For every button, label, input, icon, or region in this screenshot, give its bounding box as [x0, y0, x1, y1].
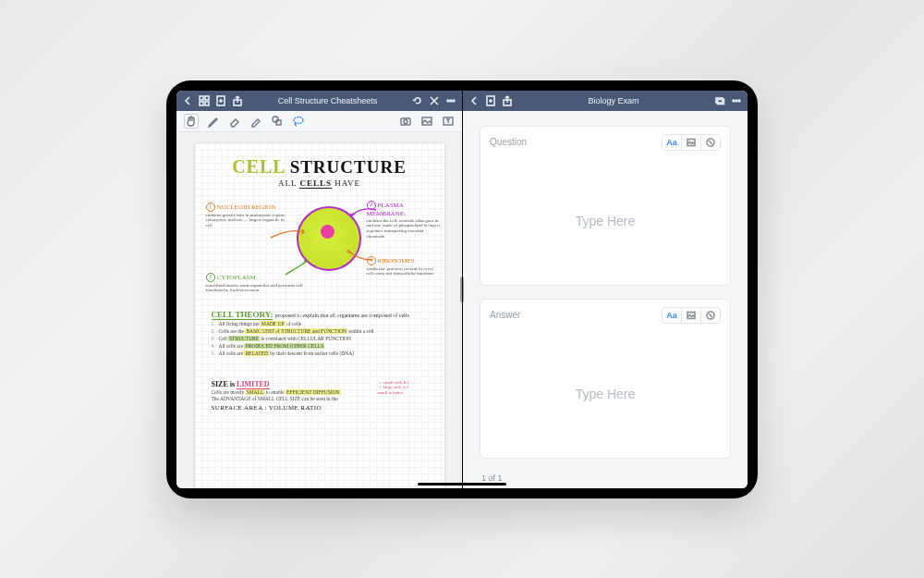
svg-point-20 — [733, 100, 735, 102]
shapes-tool[interactable] — [271, 115, 284, 128]
text-mode[interactable]: Aa — [663, 308, 681, 323]
left-topbar: Cell Structure Cheatsheets — [176, 91, 462, 111]
arrow-nucleoid — [269, 228, 306, 241]
svg-rect-0 — [200, 96, 203, 100]
svg-rect-3 — [205, 102, 209, 105]
split-view-grabber[interactable] — [460, 277, 464, 302]
text-tool[interactable] — [442, 115, 455, 128]
lasso-tool[interactable] — [292, 115, 305, 128]
more-icon[interactable] — [731, 95, 742, 106]
svg-rect-1 — [205, 96, 209, 100]
title-word-1: CELL — [232, 156, 286, 177]
right-title[interactable]: Biology Exam — [518, 96, 709, 105]
note-subtitle: ALL CELLS HAVE — [195, 178, 444, 188]
size-block: SIZE is LIMITED Cells are mostly SMALL t… — [212, 380, 428, 412]
flashcard-area: Question Aa Type Here Answer — [463, 111, 748, 488]
svg-point-13 — [404, 119, 407, 123]
close-icon[interactable] — [429, 95, 440, 106]
right-topbar: Biology Exam — [463, 91, 748, 111]
theory-line: Cells are the BASIC UNIT of STRUCTURE an… — [212, 328, 428, 334]
title-word-2: STRUCTURE — [290, 157, 407, 177]
label-cytoplasm: 3CYTOPLASM semi-fluid matrix; most organ… — [206, 273, 308, 294]
svg-point-21 — [736, 100, 737, 102]
cell-diagram: 1NUCLEOID REGION contains genetic info i… — [195, 201, 444, 302]
hand-tool[interactable] — [184, 114, 199, 129]
theory-block: CELL THEORY: proposed to explain that al… — [212, 310, 428, 356]
new-card-icon[interactable] — [485, 95, 496, 106]
image-tool[interactable] — [420, 115, 433, 128]
label-ribosomes: 4RIBOSOMES synthesize proteins; present … — [367, 256, 441, 277]
answer-label: Answer — [490, 310, 520, 320]
draw-mode-icon[interactable] — [700, 308, 720, 323]
input-mode-toggle[interactable]: Aa — [662, 134, 721, 151]
image-mode-icon[interactable] — [681, 135, 700, 150]
question-card[interactable]: Question Aa Type Here — [480, 126, 731, 286]
grid-icon[interactable] — [199, 95, 210, 106]
back-icon[interactable] — [468, 95, 480, 106]
home-indicator[interactable] — [418, 483, 506, 486]
theory-line: All cells are PRODUCED FROM OTHER CELLS — [212, 343, 428, 349]
left-pane: Cell Structure Cheatsheets — [176, 91, 463, 488]
image-mode-icon[interactable] — [681, 308, 700, 323]
tablet-screen: Cell Structure Cheatsheets — [176, 91, 748, 488]
card-pager: 1 of 1 — [480, 472, 731, 483]
svg-point-7 — [450, 100, 452, 102]
question-label: Question — [490, 137, 527, 147]
answer-input[interactable]: Type Here — [480, 331, 730, 458]
camera-tool[interactable] — [399, 115, 412, 128]
undo-icon[interactable] — [412, 95, 423, 106]
right-pane: Biology Exam Question Aa — [463, 91, 748, 488]
svg-point-9 — [273, 117, 278, 122]
label-nucleoid: 1NUCLEOID REGION contains genetic info i… — [206, 203, 291, 228]
more-icon[interactable] — [445, 95, 456, 106]
question-input[interactable]: Type Here — [480, 158, 730, 285]
input-mode-toggle[interactable]: Aa — [662, 307, 721, 324]
note-title: CELL STRUCTURE — [195, 156, 444, 178]
highlighter-tool[interactable] — [249, 115, 262, 128]
pen-tool[interactable] — [207, 115, 220, 128]
svg-rect-2 — [200, 102, 203, 105]
stage-background: Cell Structure Cheatsheets — [0, 0, 924, 578]
size-side-note: → small cell: 6:1 → large cell: 3:1 smal… — [378, 380, 424, 396]
cards-icon[interactable] — [714, 95, 725, 106]
back-icon[interactable] — [182, 95, 193, 106]
share-icon[interactable] — [232, 95, 243, 106]
new-page-icon[interactable] — [215, 95, 226, 106]
svg-point-11 — [294, 117, 303, 123]
tablet-frame: Cell Structure Cheatsheets — [166, 80, 758, 498]
theory-line: Cell STRUCTURE is correlated with CELLUL… — [212, 336, 428, 341]
label-plasma: 2PLASMA MEMBRANE: encloses the cell; con… — [367, 201, 441, 240]
share-icon[interactable] — [502, 95, 513, 106]
svg-point-8 — [453, 100, 455, 102]
draw-mode-icon[interactable] — [700, 135, 720, 150]
note-page[interactable]: CELL STRUCTURE ALL CELLS HAVE — [195, 143, 444, 488]
text-mode[interactable]: Aa — [663, 135, 681, 150]
nucleus-dot — [321, 225, 334, 239]
canvas-area[interactable]: CELL STRUCTURE ALL CELLS HAVE — [176, 132, 462, 488]
theory-line: All cells are RELATED by their descent f… — [212, 350, 428, 356]
svg-point-22 — [738, 100, 740, 102]
tool-bar — [176, 111, 462, 132]
theory-line: All living things are MADE UP of cells — [212, 321, 428, 326]
svg-point-6 — [447, 100, 449, 102]
answer-card[interactable]: Answer Aa Type Here — [480, 299, 731, 459]
left-title[interactable]: Cell Structure Cheatsheets — [249, 96, 407, 105]
eraser-tool[interactable] — [228, 115, 241, 128]
